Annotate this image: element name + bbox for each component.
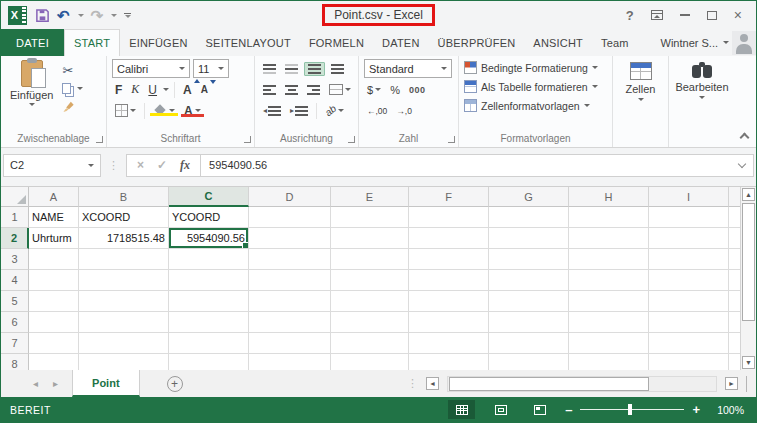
tab-einfuegen[interactable]: EINFÜGEN bbox=[120, 29, 196, 56]
row-header-1[interactable]: 1 bbox=[1, 207, 29, 228]
redo-icon[interactable]: ↷ bbox=[91, 8, 104, 23]
cell-G4[interactable] bbox=[489, 270, 569, 291]
column-header-A[interactable]: A bbox=[29, 187, 79, 207]
cell-G6[interactable] bbox=[489, 312, 569, 333]
zoom-slider[interactable] bbox=[580, 404, 684, 415]
row-header-2[interactable]: 2 bbox=[1, 228, 29, 249]
align-left-button[interactable] bbox=[260, 84, 279, 96]
cell-F6[interactable] bbox=[409, 312, 489, 333]
row-header-8[interactable]: 8 bbox=[1, 354, 29, 370]
column-header-E[interactable]: E bbox=[331, 187, 409, 207]
increase-font-button[interactable]: A bbox=[180, 82, 195, 98]
cell-H2[interactable] bbox=[569, 228, 649, 249]
scroll-right-icon[interactable]: ► bbox=[725, 377, 738, 390]
copy-button[interactable] bbox=[59, 82, 86, 95]
cell-G8[interactable] bbox=[489, 354, 569, 370]
formula-bar-drag-dots[interactable]: ⋮ bbox=[108, 159, 119, 172]
cell-E1[interactable] bbox=[331, 207, 409, 228]
cell-G3[interactable] bbox=[489, 249, 569, 270]
confirm-entry-icon[interactable]: ✓ bbox=[157, 158, 167, 172]
alignment-dialog-launcher-icon[interactable] bbox=[348, 136, 355, 143]
cell-E8[interactable] bbox=[331, 354, 409, 370]
tab-team[interactable]: Team bbox=[592, 29, 638, 56]
align-top-button[interactable] bbox=[260, 63, 279, 75]
cell-F8[interactable] bbox=[409, 354, 489, 370]
cell-I4[interactable] bbox=[649, 270, 729, 291]
cell-I6[interactable] bbox=[649, 312, 729, 333]
cell-D8[interactable] bbox=[249, 354, 331, 370]
zoom-level[interactable]: 100% bbox=[712, 404, 744, 416]
borders-button[interactable] bbox=[112, 103, 139, 118]
increase-decimal-button[interactable]: ←,00 bbox=[364, 105, 390, 117]
undo-icon[interactable]: ↶ bbox=[57, 8, 70, 23]
currency-button[interactable]: $ bbox=[364, 83, 384, 97]
cell-F4[interactable] bbox=[409, 270, 489, 291]
cell-D4[interactable] bbox=[249, 270, 331, 291]
cells-button[interactable]: Zellen bbox=[626, 58, 656, 101]
cell-F3[interactable] bbox=[409, 249, 489, 270]
cell-F1[interactable] bbox=[409, 207, 489, 228]
row-header-3[interactable]: 3 bbox=[1, 249, 29, 270]
cell-A7[interactable] bbox=[29, 333, 79, 354]
cell-A3[interactable] bbox=[29, 249, 79, 270]
horizontal-scrollbar[interactable] bbox=[447, 376, 717, 392]
cell-B4[interactable] bbox=[79, 270, 169, 291]
select-all-corner[interactable] bbox=[1, 187, 29, 207]
scroll-left-icon[interactable]: ◄ bbox=[426, 377, 439, 390]
cell-H7[interactable] bbox=[569, 333, 649, 354]
underline-dropdown-icon[interactable] bbox=[163, 88, 169, 91]
format-painter-button[interactable] bbox=[59, 99, 86, 114]
cell-H3[interactable] bbox=[569, 249, 649, 270]
help-icon[interactable]: ? bbox=[626, 8, 634, 23]
decrease-font-button[interactable]: A bbox=[198, 83, 211, 96]
number-format-select[interactable]: Standard bbox=[364, 59, 452, 78]
tab-datei[interactable]: DATEI bbox=[1, 29, 64, 56]
collapse-ribbon-icon[interactable] bbox=[740, 133, 750, 143]
percent-button[interactable]: % bbox=[387, 83, 403, 97]
scroll-down-icon[interactable]: ▼ bbox=[742, 356, 755, 369]
page-break-view-button[interactable] bbox=[526, 400, 553, 419]
name-box[interactable]: C2 bbox=[3, 154, 101, 177]
cell-styles-button[interactable]: Zellenformatvorlagen bbox=[462, 96, 609, 115]
expand-formula-bar-icon[interactable] bbox=[738, 159, 746, 167]
underline-button[interactable]: U bbox=[145, 82, 160, 98]
tab-split-dots[interactable]: ⋮ bbox=[407, 377, 418, 390]
page-layout-view-button[interactable] bbox=[487, 400, 514, 419]
cell-G7[interactable] bbox=[489, 333, 569, 354]
cell-F7[interactable] bbox=[409, 333, 489, 354]
cell-A4[interactable] bbox=[29, 270, 79, 291]
row-header-6[interactable]: 6 bbox=[1, 312, 29, 333]
cell-H6[interactable] bbox=[569, 312, 649, 333]
tab-daten[interactable]: DATEN bbox=[373, 29, 428, 56]
cell-D2[interactable] bbox=[249, 228, 331, 249]
cell-H1[interactable] bbox=[569, 207, 649, 228]
undo-dropdown-icon[interactable] bbox=[78, 14, 84, 17]
cell-C4[interactable] bbox=[169, 270, 249, 291]
align-right-button[interactable] bbox=[304, 84, 323, 96]
account-menu[interactable]: Wintner S... bbox=[661, 29, 732, 56]
minimize-icon[interactable] bbox=[680, 14, 690, 16]
cell-D7[interactable] bbox=[249, 333, 331, 354]
align-bottom-button[interactable] bbox=[304, 62, 325, 76]
cell-C7[interactable] bbox=[169, 333, 249, 354]
cell-E3[interactable] bbox=[331, 249, 409, 270]
thousands-separator-button[interactable]: 000 bbox=[406, 84, 429, 96]
decrease-indent-button[interactable]: ◂ bbox=[260, 105, 284, 117]
cell-B6[interactable] bbox=[79, 312, 169, 333]
cell-F2[interactable] bbox=[409, 228, 489, 249]
tab-start[interactable]: START bbox=[64, 29, 120, 56]
column-header-I[interactable]: I bbox=[649, 187, 729, 207]
scroll-up-icon[interactable]: ▲ bbox=[742, 188, 755, 201]
conditional-formatting-button[interactable]: Bedingte Formatierung bbox=[462, 58, 609, 77]
cell-D5[interactable] bbox=[249, 291, 331, 312]
cell-E6[interactable] bbox=[331, 312, 409, 333]
column-header-H[interactable]: H bbox=[569, 187, 649, 207]
save-icon[interactable] bbox=[35, 8, 50, 23]
zoom-out-icon[interactable]: – bbox=[565, 403, 572, 416]
cell-F5[interactable] bbox=[409, 291, 489, 312]
cell-I1[interactable] bbox=[649, 207, 729, 228]
column-header-F[interactable]: F bbox=[409, 187, 489, 207]
cell-A1[interactable]: NAME bbox=[29, 207, 79, 228]
cell-I8[interactable] bbox=[649, 354, 729, 370]
tab-seitenlayout[interactable]: SEITENLAYOUT bbox=[197, 29, 300, 56]
